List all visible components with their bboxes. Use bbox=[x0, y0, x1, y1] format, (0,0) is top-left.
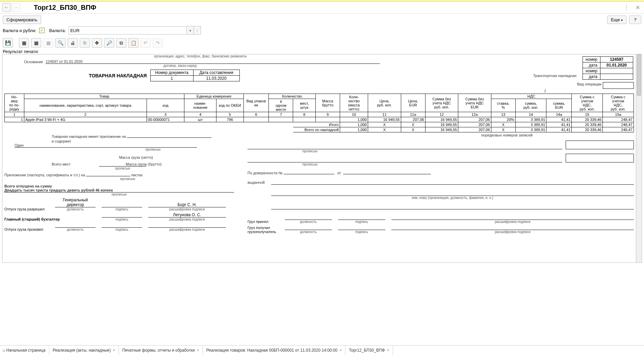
kebab-menu-icon[interactable]: ⋮ bbox=[621, 4, 632, 11]
open-icon[interactable]: ▫ bbox=[194, 26, 201, 35]
currency-rub-label: Валюта и рубли: bbox=[3, 28, 36, 33]
goods-table: Но- мер по по- рядку Товар Единица измер… bbox=[4, 94, 634, 132]
table3-icon[interactable]: ▦ bbox=[43, 38, 53, 48]
result-label: Результат печати: bbox=[0, 49, 644, 54]
back-button[interactable]: ← bbox=[2, 3, 11, 12]
vertical-scrollbar[interactable] bbox=[636, 54, 642, 263]
help-button[interactable]: ? bbox=[629, 16, 641, 24]
form-button[interactable]: Сформировать bbox=[3, 16, 41, 24]
save-icon[interactable]: 💾 bbox=[3, 38, 13, 48]
currency-input[interactable] bbox=[69, 26, 187, 34]
table2-icon[interactable]: ▦ bbox=[31, 38, 41, 48]
preview-icon[interactable]: 🔍 bbox=[55, 38, 66, 48]
table-row: 1 Apple iPad 3 Wi-Fi + 4G 00-00000071 шт… bbox=[5, 117, 634, 122]
currency-rub-checkbox[interactable]: ✓ bbox=[39, 28, 45, 33]
table-icon[interactable]: ▦ bbox=[19, 38, 29, 48]
page-title: Торг12_БП30_ВПФ bbox=[34, 4, 96, 11]
print-icon[interactable]: 🖨 bbox=[68, 38, 78, 48]
redo-icon[interactable]: ↷ bbox=[153, 38, 163, 48]
currency-label: Валюта: bbox=[49, 28, 66, 33]
zoom-icon[interactable]: 🔎 bbox=[104, 38, 114, 48]
copy-icon[interactable]: ⧉ bbox=[116, 38, 126, 48]
print-preview: организация, адрес, телефон, факс, банко… bbox=[2, 54, 636, 263]
dropdown-icon[interactable]: ▾ bbox=[187, 26, 194, 35]
paste-icon[interactable]: 📋 bbox=[128, 38, 138, 48]
undo-icon[interactable]: ↶ bbox=[140, 38, 151, 48]
close-icon[interactable]: ✕ bbox=[634, 4, 642, 11]
titlebar: ← → Торг12_БП30_ВПФ ⋮ ✕ bbox=[0, 2, 644, 14]
forward-button[interactable]: → bbox=[11, 3, 20, 12]
fit-icon[interactable]: ✥ bbox=[92, 38, 102, 48]
export-icon[interactable]: ⎘ bbox=[80, 38, 90, 48]
toolbar: 💾 ▦ ▦ ▦ 🔍 🖨 ⎘ ✥ 🔎 ⧉ 📋 ↶ ↷ bbox=[0, 37, 644, 49]
more-button[interactable]: Еще ▾ bbox=[607, 16, 626, 24]
